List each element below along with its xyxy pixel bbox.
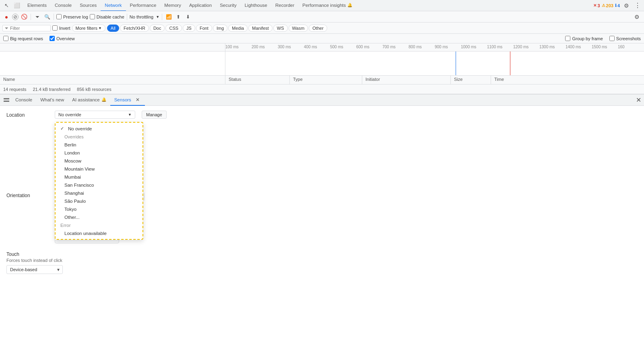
divider-4: [162, 14, 162, 20]
tab-sensors[interactable]: Sensors ✕: [110, 95, 145, 106]
big-request-label[interactable]: Big request rows: [3, 36, 43, 41]
timeline-ticks: 100 ms200 ms300 ms400 ms500 ms600 ms700 …: [225, 43, 644, 51]
col-size-header[interactable]: Size: [451, 76, 491, 84]
overview-checkbox[interactable]: [50, 36, 55, 41]
filter-type-doc[interactable]: Doc: [150, 25, 165, 32]
invert-label[interactable]: Invert: [52, 25, 70, 31]
filter-type-css[interactable]: CSS: [165, 25, 182, 32]
divider-2: [54, 14, 54, 20]
tab-network[interactable]: Network: [101, 0, 126, 11]
disable-cache-label[interactable]: Disable cache: [90, 14, 124, 19]
tab-lighthouse[interactable]: Lighthouse: [241, 0, 271, 11]
red-marker-line: [510, 51, 510, 75]
dropdown-other[interactable]: Other...: [56, 213, 142, 221]
preserve-log-label[interactable]: Preserve log: [56, 14, 88, 19]
filter-type-fetch-xhr[interactable]: Fetch/XHR: [120, 25, 149, 32]
filter-type-font[interactable]: Font: [196, 25, 212, 32]
col-type-header[interactable]: Type: [290, 76, 362, 84]
tab-whats-new[interactable]: What's new: [36, 95, 68, 106]
overview-label[interactable]: Overview: [50, 36, 75, 41]
stop-button[interactable]: ⊘: [12, 14, 19, 20]
group-by-frame-label[interactable]: Group by frame: [565, 36, 603, 41]
dropdown-berlin[interactable]: Berlin: [56, 141, 142, 149]
filter-icon: ⏷: [4, 26, 9, 31]
settings-icon[interactable]: ⚙: [621, 1, 631, 10]
col-initiator-header[interactable]: Initiator: [362, 76, 451, 84]
dropdown-overrides-header: Overrides: [56, 133, 142, 141]
dropdown-shanghai[interactable]: Shanghai: [56, 189, 142, 197]
dropdown-mountain-view[interactable]: Mountain View: [56, 165, 142, 173]
devtools-icons: ↖ ⬜: [2, 1, 22, 10]
sensors-close-btn[interactable]: ✕: [134, 97, 141, 103]
filter-type-js[interactable]: JS: [183, 25, 195, 32]
status-bar: 14 requests 21.4 kB transferred 856 kB r…: [0, 84, 644, 94]
filter-button[interactable]: ⏷: [33, 13, 41, 21]
record-button[interactable]: ●: [2, 13, 10, 21]
screenshots-label[interactable]: Screenshots: [609, 36, 641, 41]
tab-elements[interactable]: Elements: [23, 0, 51, 11]
device-icon[interactable]: ⬜: [12, 1, 22, 10]
more-options-icon[interactable]: ⋮: [633, 1, 642, 10]
error-icon: ✕: [593, 3, 597, 8]
manage-button[interactable]: Manage: [142, 111, 167, 119]
tab-console[interactable]: Console: [51, 0, 76, 11]
tab-ai-assistance[interactable]: AI assistance 🔔: [68, 95, 110, 106]
big-request-checkbox[interactable]: [3, 36, 8, 41]
bottom-panel-close[interactable]: ✕: [634, 96, 642, 104]
tab-application[interactable]: Application: [185, 0, 216, 11]
dropdown-no-override[interactable]: No override: [56, 124, 142, 133]
device-select[interactable]: Device-based Force enabled Force disable…: [6, 265, 63, 274]
download-icon[interactable]: ⬇: [184, 13, 192, 21]
tab-recorder[interactable]: Recorder: [271, 0, 298, 11]
filter-input[interactable]: [10, 26, 42, 31]
dropdown-london[interactable]: London: [56, 149, 142, 157]
preserve-log-checkbox[interactable]: [56, 14, 62, 19]
tab-sources[interactable]: Sources: [76, 0, 101, 11]
tab-performance[interactable]: Performance: [126, 0, 161, 11]
throttle-select[interactable]: No throttling ▼: [130, 14, 159, 19]
inspect-icon[interactable]: ↖: [2, 1, 11, 10]
col-time-header[interactable]: Time: [491, 76, 644, 84]
touch-section: Touch Forces touch instead of click Devi…: [6, 251, 638, 274]
location-dropdown[interactable]: No override ▼: [55, 111, 135, 119]
devtools-container: ↖ ⬜ Elements Console Sources Network Per…: [0, 0, 644, 348]
more-filters-btn[interactable]: More filters ▼: [72, 25, 105, 32]
dropdown-moscow[interactable]: Moscow: [56, 157, 142, 165]
dropdown-mumbai[interactable]: Mumbai: [56, 173, 142, 181]
location-control: No override ▼ Manage No override Overrid…: [55, 111, 638, 119]
col-name-header[interactable]: Name: [0, 76, 225, 84]
tab-console-bottom[interactable]: Console: [11, 95, 36, 106]
tab-security[interactable]: Security: [216, 0, 241, 11]
filter-type-media[interactable]: Media: [228, 25, 248, 32]
group-by-frame-checkbox[interactable]: [565, 36, 570, 41]
screenshots-checkbox[interactable]: [609, 36, 615, 41]
tab-perf-insights[interactable]: Performance insights 🔔: [298, 0, 356, 11]
filter-type-manifest[interactable]: Manifest: [248, 25, 272, 32]
dropdown-location-unavailable[interactable]: Location unavailable: [56, 229, 142, 237]
filter-type-other[interactable]: Other: [309, 25, 327, 32]
warn-badge: ⚠ 203: [602, 3, 613, 8]
timeline-tick: 700 ms: [382, 45, 396, 49]
dropdown-tokyo[interactable]: Tokyo: [56, 205, 142, 213]
timeline-tick: 160: [618, 45, 625, 49]
search-button[interactable]: 🔍: [43, 13, 51, 21]
timeline-tick: 100 ms: [225, 45, 239, 49]
bottom-panel-menu[interactable]: [2, 95, 11, 105]
hamburger-icon: [4, 98, 9, 102]
upload-icon[interactable]: ⬆: [174, 13, 182, 21]
timeline-tick: 300 ms: [278, 45, 291, 49]
tab-memory[interactable]: Memory: [160, 0, 185, 11]
filter-type-ws[interactable]: WS: [273, 25, 288, 32]
wifi-icon[interactable]: 📶: [165, 13, 173, 21]
touch-desc: Forces touch instead of click: [6, 258, 638, 263]
col-status-header[interactable]: Status: [225, 76, 290, 84]
invert-checkbox[interactable]: [52, 25, 58, 31]
clear-button[interactable]: 🚫: [20, 13, 28, 21]
filter-type-wasm[interactable]: Wasm: [289, 25, 308, 32]
filter-type-img[interactable]: Img: [213, 25, 227, 32]
disable-cache-checkbox[interactable]: [90, 14, 95, 19]
dropdown-san-francisco[interactable]: San Francisco: [56, 181, 142, 189]
dropdown-sao-paulo[interactable]: São Paulo: [56, 197, 142, 205]
filter-type-all[interactable]: All: [107, 25, 119, 32]
settings-gear-icon[interactable]: ⚙: [632, 12, 642, 22]
